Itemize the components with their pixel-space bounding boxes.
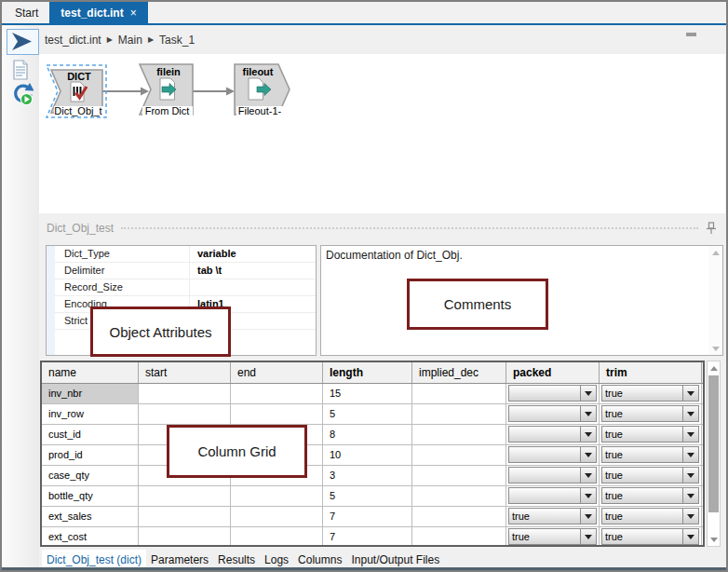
cell-length[interactable]: 7 [323, 527, 412, 547]
dropdown-button[interactable] [682, 386, 698, 401]
node-filein[interactable]: filein From Dict [140, 64, 193, 116]
cell-name[interactable]: cust_id [42, 425, 139, 444]
cell-trim[interactable]: true [600, 404, 702, 424]
cell-end[interactable] [231, 527, 323, 547]
cell-packed[interactable] [506, 445, 600, 465]
dropdown-trim[interactable]: true [601, 426, 699, 443]
cell-trim[interactable]: true [600, 425, 702, 444]
scroll-down-icon[interactable] [708, 533, 720, 546]
cell-start[interactable] [139, 486, 231, 506]
column-header-end[interactable]: end [231, 362, 323, 383]
cell-implied_dec[interactable] [412, 384, 506, 403]
dropdown-button[interactable] [580, 427, 596, 442]
cell-implied_dec[interactable] [412, 507, 506, 526]
scroll-up-icon[interactable] [708, 246, 722, 259]
cell-implied_dec[interactable] [412, 466, 506, 485]
dropdown-trim[interactable]: true [601, 487, 699, 504]
cell-packed[interactable]: true [506, 507, 600, 526]
cell-trim[interactable]: true [600, 486, 702, 506]
dropdown-trim[interactable]: true [601, 446, 699, 463]
cell-name[interactable]: prod_id [42, 445, 139, 465]
dropdown-packed[interactable] [508, 446, 597, 463]
column-header-name[interactable]: name [42, 362, 139, 383]
column-header-length[interactable]: length [323, 362, 412, 383]
grid-scrollbar[interactable] [707, 361, 721, 547]
breadcrumb-item[interactable]: Main [118, 34, 142, 47]
cell-start[interactable] [139, 507, 231, 526]
cell-length[interactable]: 7 [323, 507, 412, 526]
dropdown-trim[interactable]: true [601, 385, 699, 402]
cell-implied_dec[interactable] [412, 404, 506, 424]
tab-test-dict[interactable]: test_dict.int× [49, 2, 147, 23]
dropdown-button[interactable] [580, 529, 596, 544]
dropdown-button[interactable] [682, 468, 698, 483]
attribute-value[interactable]: variable [189, 246, 316, 262]
flow-canvas[interactable]: DICT Dict_Obj_t filein [39, 54, 725, 213]
cell-implied_dec[interactable] [412, 445, 506, 465]
dropdown-trim[interactable]: true [601, 405, 699, 422]
dropdown-packed[interactable]: true [508, 528, 597, 545]
dropdown-button[interactable] [682, 488, 698, 503]
dropdown-trim[interactable]: true [601, 508, 699, 524]
pin-icon[interactable] [706, 222, 717, 235]
scroll-up-icon[interactable] [708, 361, 720, 375]
column-header-start[interactable]: start [139, 362, 231, 383]
cell-length[interactable]: 5 [323, 404, 412, 424]
dropdown-button[interactable] [682, 427, 698, 442]
tab-close-icon[interactable]: × [130, 7, 137, 20]
run-button[interactable] [7, 29, 39, 55]
cell-name[interactable]: case_qty [42, 466, 139, 485]
cell-trim[interactable]: true [600, 384, 702, 403]
cell-name[interactable]: bottle_qty [42, 486, 139, 506]
column-header-packed[interactable]: packed [506, 362, 600, 383]
dropdown-button[interactable] [682, 509, 698, 524]
cell-implied_dec[interactable] [412, 425, 506, 444]
cell-length[interactable]: 15 [323, 384, 412, 403]
refresh-history-button[interactable] [9, 82, 34, 106]
cell-start[interactable] [139, 527, 231, 547]
cell-packed[interactable] [506, 466, 600, 485]
breadcrumb-item[interactable]: test_dict.int [45, 34, 101, 47]
scrollbar-thumb[interactable] [708, 375, 719, 512]
dropdown-packed[interactable]: true [508, 508, 597, 524]
cell-name[interactable]: inv_nbr [42, 384, 139, 403]
attribute-value[interactable]: tab \t [189, 263, 316, 279]
cell-name[interactable]: ext_sales [42, 507, 139, 526]
dropdown-trim[interactable]: true [601, 528, 699, 545]
cell-trim[interactable]: true [600, 445, 702, 465]
attribute-value[interactable] [189, 279, 316, 295]
cell-packed[interactable] [506, 425, 600, 444]
dropdown-button[interactable] [682, 447, 698, 462]
cell-start[interactable] [139, 404, 231, 424]
dropdown-button[interactable] [580, 468, 596, 483]
attribute-row[interactable]: Delimitertab \t [55, 263, 316, 279]
cell-end[interactable] [231, 384, 323, 403]
dropdown-button[interactable] [580, 386, 596, 401]
dropdown-packed[interactable] [508, 487, 597, 504]
dropdown-button[interactable] [580, 406, 596, 421]
cell-name[interactable]: inv_row [42, 404, 139, 424]
breadcrumb-item[interactable]: Task_1 [159, 34, 195, 47]
comments-scrollbar[interactable] [708, 246, 722, 355]
cell-packed[interactable] [506, 486, 600, 506]
cell-length[interactable]: 5 [323, 486, 412, 506]
dropdown-button[interactable] [580, 509, 596, 524]
scroll-down-icon[interactable] [708, 342, 722, 355]
cell-start[interactable] [139, 384, 231, 403]
cell-end[interactable] [231, 404, 323, 424]
cell-length[interactable]: 3 [323, 466, 412, 485]
cell-end[interactable] [231, 507, 323, 526]
dropdown-packed[interactable] [508, 467, 597, 483]
column-header-trim[interactable]: trim [600, 362, 702, 383]
dropdown-button[interactable] [682, 406, 698, 421]
dropdown-button[interactable] [682, 529, 698, 544]
node-dict[interactable]: DICT Dict_Obj_t [47, 65, 106, 117]
cell-end[interactable] [231, 486, 323, 506]
dropdown-packed[interactable] [508, 405, 597, 422]
attribute-row[interactable]: Dict_Typevariable [55, 246, 316, 263]
dropdown-button[interactable] [580, 447, 596, 462]
cell-packed[interactable]: true [506, 527, 600, 547]
document-button[interactable] [12, 60, 30, 80]
dropdown-packed[interactable] [508, 426, 597, 443]
cell-implied_dec[interactable] [412, 486, 506, 506]
